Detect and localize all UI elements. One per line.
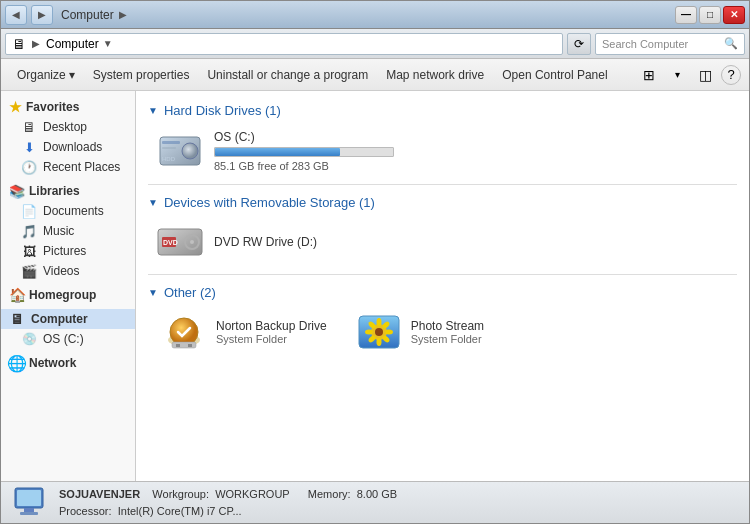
sidebar: ★ Favorites 🖥 Desktop ⬇ Downloads 🕐 Rece… <box>1 91 136 481</box>
sidebar-item-music[interactable]: 🎵 Music <box>1 221 135 241</box>
address-input[interactable]: 🖥 ▶ Computer ▼ <box>5 33 563 55</box>
favorites-section: ★ Favorites 🖥 Desktop ⬇ Downloads 🕐 Rece… <box>1 97 135 177</box>
uninstall-button[interactable]: Uninstall or change a program <box>199 62 376 88</box>
other-section-header[interactable]: ▼ Other (2) <box>148 285 737 300</box>
window-controls: — □ ✕ <box>675 6 745 24</box>
sidebar-recent-label: Recent Places <box>43 160 120 174</box>
address-path-icon: 🖥 <box>12 36 26 52</box>
address-bar: 🖥 ▶ Computer ▼ ⟳ Search Computer 🔍 <box>1 29 749 59</box>
dvd-icon-display: DVD <box>156 222 204 262</box>
refresh-button[interactable]: ⟳ <box>567 33 591 55</box>
network-header[interactable]: 🌐 Network <box>1 353 135 373</box>
favorites-star-icon: ★ <box>9 99 22 115</box>
network-icon: 🌐 <box>9 355 25 371</box>
homegroup-header[interactable]: 🏠 Homegroup <box>1 285 135 305</box>
norton-sublabel: System Folder <box>216 333 327 345</box>
file-area: ▼ Hard Disk Drives (1) <box>136 91 749 481</box>
sidebar-item-videos[interactable]: 🎬 Videos <box>1 261 135 281</box>
other-items-container: Norton Backup Drive System Folder <box>156 308 737 356</box>
search-placeholder: Search Computer <box>602 38 720 50</box>
sidebar-item-desktop[interactable]: 🖥 Desktop <box>1 117 135 137</box>
photostream-name: Photo Stream <box>411 319 484 333</box>
svg-rect-27 <box>17 490 41 506</box>
harddisk-section-label: Hard Disk Drives (1) <box>164 103 281 118</box>
documents-icon: 📄 <box>21 203 37 219</box>
svg-rect-28 <box>24 508 34 512</box>
pictures-icon: 🖼 <box>21 243 37 259</box>
forward-button[interactable]: ▶ <box>31 5 53 25</box>
svg-rect-14 <box>188 344 192 347</box>
help-button[interactable]: ? <box>721 65 741 85</box>
os-drive-progress-bg <box>214 147 394 157</box>
open-control-panel-button[interactable]: Open Control Panel <box>494 62 615 88</box>
organize-button[interactable]: Organize ▾ <box>9 62 83 88</box>
svg-rect-12 <box>172 342 196 348</box>
status-memory-value: 8.00 GB <box>357 488 397 500</box>
open-control-panel-label: Open Control Panel <box>502 68 607 82</box>
status-processor-label: Processor: <box>59 505 112 517</box>
view-options-button[interactable]: ⊞ <box>637 64 661 86</box>
sidebar-item-documents[interactable]: 📄 Documents <box>1 201 135 221</box>
harddisk-section-header[interactable]: ▼ Hard Disk Drives (1) <box>148 103 737 118</box>
homegroup-section: 🏠 Homegroup <box>1 285 135 305</box>
close-button[interactable]: ✕ <box>723 6 745 24</box>
map-network-button[interactable]: Map network drive <box>378 62 492 88</box>
search-box[interactable]: Search Computer 🔍 <box>595 33 745 55</box>
computer-label: Computer <box>31 312 88 326</box>
dvd-drive-item[interactable]: DVD DVD RW Drive (D:) <box>148 218 737 266</box>
dvd-drive-info: DVD RW Drive (D:) <box>214 235 317 249</box>
status-workgroup-label: Workgroup: <box>152 488 209 500</box>
libraries-section: 📚 Libraries 📄 Documents 🎵 Music 🖼 Pictur… <box>1 181 135 281</box>
removable-section-header[interactable]: ▼ Devices with Removable Storage (1) <box>148 195 737 210</box>
address-path-text: Computer <box>46 37 99 51</box>
computer-header[interactable]: 🖥 Computer <box>1 309 135 329</box>
dvd-drive-name: DVD RW Drive (D:) <box>214 235 317 249</box>
removable-divider <box>148 274 737 275</box>
norton-svg <box>162 312 206 352</box>
norton-icon <box>160 312 208 352</box>
main-window: ◀ ▶ Computer ▶ — □ ✕ 🖥 ▶ Computer ▼ ⟳ Se… <box>0 0 750 524</box>
sidebar-desktop-label: Desktop <box>43 120 87 134</box>
system-properties-button[interactable]: System properties <box>85 62 198 88</box>
removable-collapse-icon: ▼ <box>148 197 158 208</box>
downloads-icon: ⬇ <box>21 139 37 155</box>
svg-text:DVD: DVD <box>163 239 178 246</box>
svg-point-19 <box>376 338 381 346</box>
sidebar-item-pictures[interactable]: 🖼 Pictures <box>1 241 135 261</box>
libraries-header[interactable]: 📚 Libraries <box>1 181 135 201</box>
svg-point-1 <box>182 143 198 159</box>
os-drive-name: OS (C:) <box>214 130 729 144</box>
svg-point-9 <box>190 240 194 244</box>
photostream-svg <box>357 312 401 352</box>
details-pane-button[interactable]: ◫ <box>693 64 717 86</box>
network-label: Network <box>29 356 76 370</box>
breadcrumb-arrow: ▶ <box>119 9 127 20</box>
libraries-label: Libraries <box>29 184 80 198</box>
minimize-button[interactable]: — <box>675 6 697 24</box>
photostream-item[interactable]: Photo Stream System Folder <box>351 308 488 356</box>
map-network-label: Map network drive <box>386 68 484 82</box>
breadcrumb-computer[interactable]: Computer <box>61 8 114 22</box>
sidebar-item-os-drive[interactable]: 💿 OS (C:) <box>1 329 135 349</box>
norton-backup-item[interactable]: Norton Backup Drive System Folder <box>156 308 331 356</box>
favorites-header[interactable]: ★ Favorites <box>1 97 135 117</box>
back-button[interactable]: ◀ <box>5 5 27 25</box>
libraries-icon: 📚 <box>9 183 25 199</box>
sidebar-item-downloads[interactable]: ⬇ Downloads <box>1 137 135 157</box>
photostream-sublabel: System Folder <box>411 333 484 345</box>
status-computer-icon <box>11 486 47 520</box>
os-drive-icon: 💿 <box>21 331 37 347</box>
sidebar-item-recent[interactable]: 🕐 Recent Places <box>1 157 135 177</box>
os-drive-info: OS (C:) 85.1 GB free of 283 GB <box>214 130 729 172</box>
harddisk-divider <box>148 184 737 185</box>
search-icon: 🔍 <box>724 37 738 50</box>
maximize-button[interactable]: □ <box>699 6 721 24</box>
svg-point-18 <box>376 318 381 326</box>
title-bar: ◀ ▶ Computer ▶ — □ ✕ <box>1 1 749 29</box>
other-collapse-icon: ▼ <box>148 287 158 298</box>
recent-icon: 🕐 <box>21 159 37 175</box>
sidebar-documents-label: Documents <box>43 204 104 218</box>
view-dropdown-button[interactable]: ▾ <box>665 64 689 86</box>
os-drive-item[interactable]: HDD OS (C:) 85.1 GB free of 283 GB <box>148 126 737 176</box>
os-drive-progress-fill <box>215 148 340 156</box>
